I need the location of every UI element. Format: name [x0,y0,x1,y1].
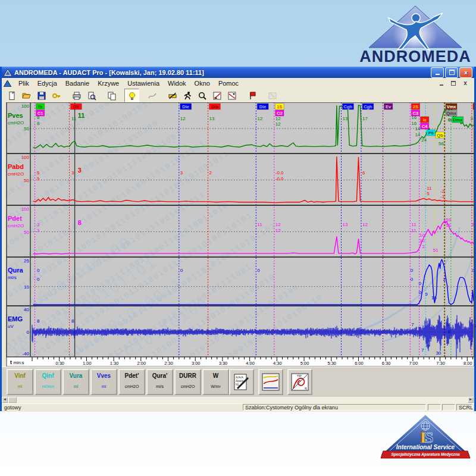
menu-item-ustawienia[interactable]: Ustawienia [123,79,164,88]
value-label-pabd: 3 [78,167,82,174]
mdi-close-button[interactable]: x [461,80,469,87]
value-label-pves: 16 [411,121,416,126]
menu-item-okno[interactable]: Okno [190,79,214,88]
menu-item-edycja[interactable]: Edycja [33,79,61,88]
mdi-minimize-button[interactable] [437,80,446,87]
document-icon [4,80,11,87]
value-label-pdet: 12 [275,228,281,233]
scale-min: -40 [22,351,29,356]
protocol-notes-icon: A/A/AAparaNL [233,373,250,391]
channel-button-durr[interactable]: DURRcmH2O [174,369,201,395]
event-badge-label: 0i [448,117,452,123]
scale-mid: 50 [24,230,29,235]
event-badge-label: 2S [413,104,418,109]
value-label-pves: 12 [275,121,281,127]
value-label-pdet: 13 [343,222,348,227]
print-button[interactable] [69,89,84,102]
scroll-left-arrow[interactable]: ◄ [2,397,8,403]
event-badge-label: P6 [428,130,434,136]
event-badge-label: Dmx [453,117,463,123]
channel-button-unit: ml [64,384,88,389]
value-label-qura: 0 [418,290,421,295]
time-tick-label: 2:00 [137,361,146,366]
channel-button-qura[interactable]: Qura'ml/s [146,369,173,395]
new-document-button[interactable] [4,89,19,102]
minimize-button[interactable] [431,67,444,78]
tp-nomogram-button[interactable]: TPq [287,369,312,395]
value-label-pdet: 12 [362,222,368,227]
value-label-pdet: 51 [433,248,439,253]
value-label-pabd: -0.0 [275,170,284,176]
scroll-right-arrow[interactable]: ► [468,397,474,403]
value-label-pves: 17 [362,116,368,121]
curves-overview-button[interactable] [258,369,283,395]
chart-area[interactable]: 0101101001011110010100110101001101011010… [2,102,476,367]
value-label-pdet: 11 [411,222,416,227]
logo-wordmark: ANDROMEDA [359,48,471,65]
menu-item-badanie[interactable]: Badanie [61,79,93,88]
channel-button-vinf[interactable]: Vinfml [7,369,33,395]
time-tick-label: 0:30 [55,361,64,366]
status-bar: gotowy Szablon:Cystometry Ogólny dla ekr… [2,403,474,412]
value-label-pabd: -0.0 [275,176,284,181]
time-axis-label: t min:s [10,359,24,365]
flag-button[interactable] [245,89,259,102]
value-label-emg: 30 [436,350,441,356]
horizontal-scrollbar[interactable]: ◄ ► [2,397,474,403]
scale-max: 100 [21,155,30,160]
print-preview-button[interactable] [84,89,99,102]
value-label-pdet: 10 [419,238,425,243]
light-bulb-button[interactable] [124,89,139,102]
status-panel-1 [428,404,441,411]
runner-button[interactable] [180,89,195,102]
scroll-thumb[interactable] [8,397,17,403]
event-badge-label: Cgh [344,104,353,109]
copy-icon [107,91,117,101]
menu-bar: PlikEdycjaBadanieKrzyweUstawieniaWidokOk… [2,78,474,89]
channel-button-label: Pdet' [120,372,144,379]
copy-button[interactable] [104,89,119,102]
channel-button-pdet[interactable]: Pdet'cmH2O [118,369,145,395]
time-tick-label: 3:00 [192,361,201,366]
menu-item-plik[interactable]: Plik [14,79,33,88]
zoom-tool-button[interactable] [195,89,209,102]
save-button[interactable] [34,89,49,102]
menu-item-pomoc[interactable]: Pomoc [214,79,243,88]
curve-tool-button [145,89,159,102]
curve-tool-icon [148,91,157,101]
channel-button-label: W [203,372,228,379]
channel-button-panel: VinfmlQinfml/minVuramlVvesmlPdet'cmH2OQu… [2,367,474,397]
value-label-pdet: 3 [37,228,40,233]
restore-button[interactable] [445,67,458,78]
channel-button-vura[interactable]: Vuraml [62,369,89,395]
channel-button-unit: ml [92,384,116,389]
close-button[interactable]: x [459,67,472,78]
channel-button-label: Qura' [148,372,172,379]
international-service-logo: I S International Service Specjalistyczn… [375,412,476,474]
menu-item-krzywe[interactable]: Krzywe [93,79,123,88]
value-label-pves: 12 [275,116,281,121]
value-label-pabd: 11 [427,186,432,191]
value-label-pves: 56 [439,141,444,146]
event-badge-label: C3 [413,111,419,116]
channel-button-w[interactable]: WW/m² [202,369,229,395]
protocol-notes-button[interactable]: A/A/AAparaNL [229,369,254,395]
mdi-restore-button[interactable] [449,80,458,87]
channel-button-vves[interactable]: Vvesml [90,369,117,395]
key-button[interactable] [49,89,64,102]
value-label-qura: 0 [411,277,414,282]
channel-button-qinf[interactable]: Qinfml/min [35,369,61,395]
curve-edit-button[interactable] [209,89,224,102]
channel-button-unit: ml/min [36,384,60,389]
curve-edit2-button[interactable] [224,89,239,102]
value-label-qura: 9 [425,292,428,297]
pattern-button [265,89,280,102]
channel-button-unit: cmH2O [176,384,200,389]
menu-item-widok[interactable]: Widok [164,79,190,88]
value-label-pdet: 3 [37,222,40,227]
open-folder-button[interactable] [19,89,34,102]
marker-tool-button[interactable] [165,89,180,102]
channel-button-unit: cmH2O [120,384,144,389]
value-label-pves: 12 [180,116,186,121]
event-badge-label: 1S [277,104,282,109]
